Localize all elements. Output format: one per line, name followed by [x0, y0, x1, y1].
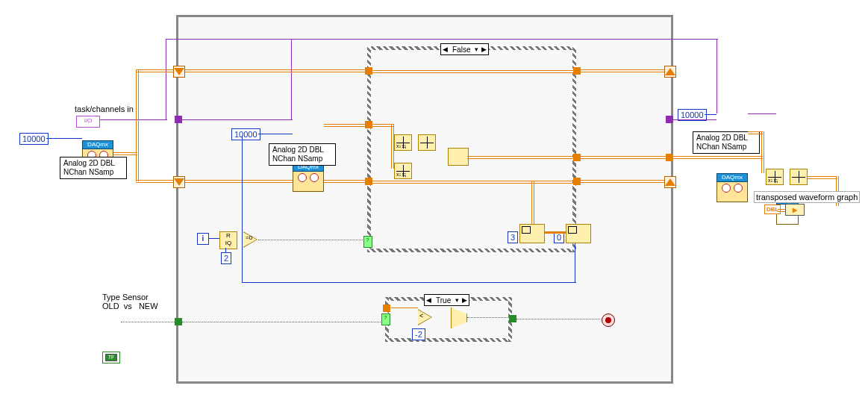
- wire-outer-data-1: [113, 152, 137, 155]
- wire-2-qr: [225, 248, 226, 252]
- less-than-symbol: <: [419, 312, 423, 319]
- glasses-icon-inner: [298, 173, 319, 181]
- index-array-1[interactable]: [519, 224, 545, 243]
- wire-10000-inner: [258, 134, 293, 134]
- shift-reg-right-2[interactable]: [664, 176, 676, 188]
- case-tunnel-out-3: [573, 178, 581, 185]
- wire-out-sr2: [581, 180, 664, 183]
- daqmx-header-outer: DAQmx: [82, 140, 113, 149]
- wire-daqmx-inner-out: [324, 124, 366, 127]
- index-array-2[interactable]: [566, 224, 591, 243]
- build-array-case[interactable]: [448, 148, 469, 166]
- array-fn-2-xii: xᵢᵢ xᵢⱼ: [396, 172, 406, 178]
- wire-10000-outer: [46, 138, 82, 139]
- wire-idx-to-idx: [545, 231, 566, 234]
- wire-right-merge-v: [761, 131, 764, 173]
- wire-purple-loop-out: [673, 119, 716, 120]
- case-next-icon[interactable]: ▶: [480, 46, 488, 53]
- wire-task-purple: [100, 119, 167, 120]
- case2-selector-terminal: ?: [381, 313, 390, 325]
- wire-blue-long-v2: [575, 239, 575, 282]
- case2-next-icon[interactable]: ▶: [460, 296, 469, 304]
- wire-sel-to-case: [258, 240, 364, 240]
- wire-purple-to-clear: [748, 113, 776, 114]
- case-prev-icon[interactable]: ◀: [441, 46, 449, 53]
- task-channels-label: task/channels in: [75, 104, 134, 113]
- wire-out-data: [581, 156, 669, 159]
- qr-iq: IQ: [225, 240, 231, 246]
- wire-out-sr1: [581, 69, 664, 72]
- array-fn-right-1[interactable]: xᵢᵢ xᵢⱼ: [766, 169, 784, 185]
- case2-prev-icon[interactable]: ◀: [425, 296, 433, 304]
- graph-indicator-terminal[interactable]: ▶: [785, 204, 805, 216]
- daqmx-mode-inner[interactable]: Analog 2D DBL NChan NSamp: [269, 143, 336, 166]
- wire-to-index: [531, 181, 534, 224]
- array-fn-2[interactable]: xᵢᵢ xᵢⱼ: [394, 163, 412, 179]
- wire-bool-to-loop: [121, 322, 176, 322]
- wire-purple-loop-in: [182, 119, 293, 120]
- array-fn-1[interactable]: xᵢᵢ xᵢⱼ: [394, 134, 412, 151]
- transposed-graph-label: transposed waveform graph: [754, 191, 860, 203]
- case-tunnel-out-1: [573, 67, 581, 75]
- const-neg2[interactable]: -2: [412, 328, 425, 340]
- array-fn-right-2[interactable]: [790, 169, 808, 185]
- glasses-icon-right: [722, 184, 743, 191]
- case2-value-true: True: [433, 296, 454, 305]
- array-fn-1-xii: xᵢᵢ xᵢⱼ: [396, 143, 406, 149]
- array-fn-r1-xii: xᵢᵢ xᵢⱼ: [768, 178, 778, 184]
- task-channels-terminal[interactable]: I/O: [76, 116, 100, 128]
- wire-10000-right: [705, 114, 716, 115]
- case-selector-false[interactable]: ◀ False ▾ ▶: [440, 43, 489, 55]
- tunnel-purple-right: [666, 116, 673, 123]
- qr-r: R: [226, 232, 231, 239]
- case2-tunnel-out: [509, 315, 516, 322]
- type-sensor-label: Type Sensor OLD vs NEW: [102, 293, 158, 311]
- shift-reg-left-1[interactable]: [173, 66, 185, 78]
- const-10000-inner[interactable]: 10000: [231, 128, 260, 140]
- wire-purple-top: [166, 39, 718, 40]
- array-fn-3[interactable]: [418, 134, 436, 151]
- case2-dropdown-icon[interactable]: ▾: [454, 296, 460, 304]
- wire-purple-loop-up: [291, 39, 292, 119]
- daqmx-mode-right[interactable]: Analog 2D DBL NChan NSamp: [693, 131, 760, 154]
- wire-purple-down-right: [716, 39, 717, 113]
- wire-sr1-to-case: [185, 69, 369, 72]
- const-2[interactable]: 2: [221, 252, 231, 264]
- wire-to-graph: [808, 176, 837, 179]
- tunnel-green-left: [175, 318, 182, 325]
- wire-to-stop: [516, 319, 600, 319]
- tunnel-purple-left: [175, 116, 182, 123]
- type-sensor-terminal[interactable]: TF: [102, 352, 120, 363]
- wire-i-qr: [209, 238, 219, 239]
- wire-bool-to-case2: [182, 322, 382, 322]
- wire-blue-long-v: [242, 136, 243, 282]
- wire-outer-data-bot: [136, 180, 178, 183]
- case-dropdown-icon[interactable]: ▾: [473, 46, 480, 53]
- loop-i-terminal: i: [197, 233, 209, 245]
- daqmx-read-inner[interactable]: DAQmx: [293, 169, 324, 192]
- wire-outer-data-v: [136, 69, 139, 181]
- daqmx-read-right[interactable]: DAQmx: [716, 180, 748, 202]
- wire-val-to-lt: [391, 308, 418, 308]
- case-selector-true[interactable]: ◀ True ▾ ▶: [424, 294, 469, 306]
- const-10000-left[interactable]: 10000: [19, 133, 49, 145]
- daqmx-mode-outer-text: Analog 2D DBL NChan NSamp: [63, 159, 115, 176]
- const-3[interactable]: 3: [508, 231, 518, 243]
- case-selector-terminal: ?: [363, 236, 372, 248]
- dbl-label: DBL: [766, 206, 778, 213]
- daqmx-mode-outer[interactable]: Analog 2D DBL NChan NSamp: [60, 157, 127, 179]
- wire-daqmx-right-out: [748, 131, 763, 134]
- equal-zero-label: =0: [246, 234, 252, 241]
- wire-sel-out: [467, 317, 512, 318]
- wire-case-top: [372, 70, 573, 73]
- wire-case-bot: [372, 181, 573, 184]
- case-value-false: False: [449, 46, 473, 54]
- quotient-remainder[interactable]: R IQ: [219, 231, 237, 249]
- wire-outer-data-top: [136, 69, 178, 72]
- shift-reg-left-2[interactable]: [173, 176, 185, 188]
- wire-task-purple-v: [166, 39, 166, 119]
- case2-tunnel-in: [383, 305, 390, 312]
- shift-reg-right-1[interactable]: [664, 66, 676, 78]
- wire-sr2-to-case: [185, 180, 369, 183]
- loop-stop-terminal[interactable]: [602, 313, 615, 327]
